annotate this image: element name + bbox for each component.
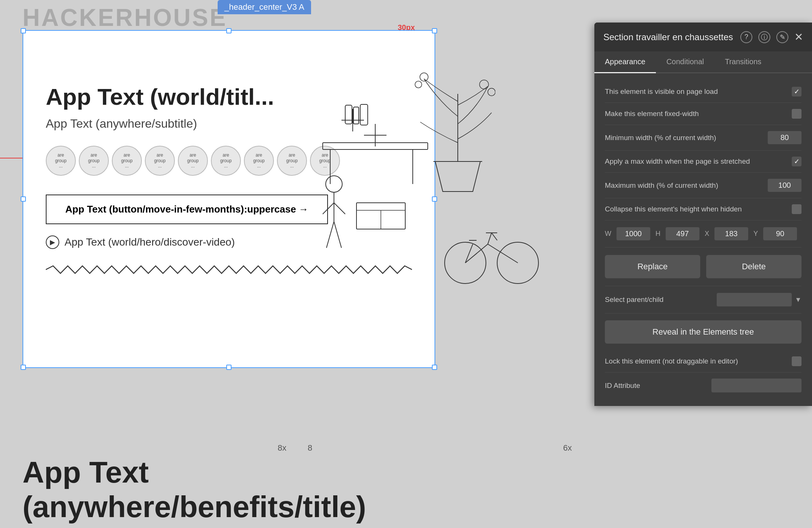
info-icon-button[interactable]: ⓘ <box>758 31 770 43</box>
collapse-height-checkbox[interactable] <box>792 204 801 214</box>
delete-button[interactable]: Delete <box>706 255 801 278</box>
x-label: X <box>705 230 709 238</box>
max-width-checkbox[interactable]: ✓ <box>792 157 801 166</box>
mult-label-6x: 6x <box>563 443 572 453</box>
list-item: aregroup... <box>277 146 307 176</box>
y-label: Y <box>753 230 758 238</box>
min-width-row: Minimum width (% of current width) <box>605 125 801 151</box>
person-illustration <box>311 173 356 255</box>
panel-body: This element is visible on page load ✓ M… <box>594 73 812 406</box>
chevron-down-icon: ▼ <box>795 296 801 304</box>
svg-rect-5 <box>353 107 359 124</box>
checkmark-icon-2: ✓ <box>794 157 800 166</box>
brand-name: HACKERHOUSE <box>23 4 227 32</box>
list-item: aregroup... <box>112 146 142 176</box>
svg-point-10 <box>326 176 342 192</box>
selection-handle-bm[interactable] <box>226 365 232 370</box>
svg-rect-6 <box>360 104 368 125</box>
svg-line-12 <box>323 203 334 214</box>
fixed-width-label: Make this element fixed-width <box>605 110 792 118</box>
svg-rect-4 <box>345 105 352 124</box>
close-icon[interactable]: ✕ <box>794 31 803 43</box>
tab-transitions[interactable]: Transitions <box>714 51 772 73</box>
list-item: aregroup... <box>46 146 76 176</box>
svg-line-14 <box>326 222 334 248</box>
tab-conditional[interactable]: Conditional <box>656 51 714 73</box>
max-width-label: Maximum width (% of current width) <box>605 181 768 190</box>
collapse-height-row: Collapse this element's height when hidd… <box>605 198 801 220</box>
selection-handle-ml[interactable] <box>21 196 26 202</box>
list-item: aregroup... <box>178 146 208 176</box>
svg-point-22 <box>488 88 495 96</box>
selection-handle-br[interactable] <box>432 365 437 370</box>
select-parent-child-dropdown[interactable] <box>717 293 792 306</box>
id-attribute-row: ID Attribute <box>605 373 801 398</box>
collapse-height-label: Collapse this element's height when hidd… <box>605 205 792 213</box>
replace-button[interactable]: Replace <box>605 255 700 278</box>
visible-on-load-checkbox[interactable]: ✓ <box>792 87 801 97</box>
svg-point-24 <box>415 81 422 88</box>
x-input[interactable] <box>714 227 748 240</box>
header-label: _header_center_V3 A <box>218 0 311 14</box>
svg-line-15 <box>334 222 341 248</box>
max-width-input[interactable] <box>768 179 801 192</box>
lock-label: Lock this element (not draggable in edit… <box>605 357 792 365</box>
list-item: aregroup... <box>211 146 241 176</box>
bottom-title: App Text (anywhere/benefits/title) <box>23 455 360 524</box>
max-width-row: Maximum width (% of current width) <box>605 173 801 198</box>
y-input[interactable] <box>763 227 797 240</box>
select-parent-child-label: Select parent/child <box>605 296 711 304</box>
max-width-checkbox-label: Apply a max width when the page is stret… <box>605 157 792 166</box>
svg-line-29 <box>488 233 492 244</box>
list-item: aregroup... <box>244 146 274 176</box>
max-width-checkbox-row: Apply a max width when the page is stret… <box>605 151 801 173</box>
bike-illustration <box>443 214 540 289</box>
min-width-input[interactable] <box>768 131 801 144</box>
w-label: W <box>605 230 611 238</box>
discover-text: App Text (world/hero/discover-video) <box>65 236 235 248</box>
dimensions-row: W H X Y <box>605 220 801 247</box>
illustration-area <box>308 30 570 330</box>
fixed-width-checkbox[interactable] <box>792 109 801 119</box>
help-icon-button[interactable]: ? <box>740 31 752 43</box>
select-dropdown-wrapper: ▼ <box>717 293 801 306</box>
canvas-area: HACKERHOUSE _header_center_V3 A 30px App… <box>0 0 812 528</box>
panel-icon-group: ? ⓘ ✎ ✕ <box>740 31 803 43</box>
selection-handle-tl[interactable] <box>21 28 26 33</box>
svg-line-28 <box>488 244 518 263</box>
mult-label-8x: 8x <box>278 443 286 453</box>
plant-illustration <box>413 49 495 199</box>
box-illustration <box>353 192 409 237</box>
id-attribute-label: ID Attribute <box>605 382 705 390</box>
h-label: H <box>656 230 660 238</box>
panel-title: Section travailler en chaussettes <box>603 32 733 42</box>
list-item: aregroup... <box>79 146 109 176</box>
lock-checkbox[interactable] <box>792 356 801 366</box>
panel: Section travailler en chaussettes ? ⓘ ✎ … <box>594 23 812 406</box>
tab-appearance[interactable]: Appearance <box>594 51 656 73</box>
w-input[interactable] <box>617 227 650 240</box>
comment-icon-button[interactable]: ✎ <box>776 31 788 43</box>
selection-handle-tm[interactable] <box>226 28 232 33</box>
svg-point-23 <box>420 73 428 81</box>
checkmark-icon: ✓ <box>794 87 800 96</box>
visible-on-load-label: This element is visible on page load <box>605 87 792 96</box>
svg-line-31 <box>492 233 497 240</box>
id-attribute-input[interactable] <box>711 379 801 392</box>
select-parent-child-row: Select parent/child ▼ <box>605 286 801 314</box>
panel-tabs: Appearance Conditional Transitions <box>594 51 812 73</box>
list-item: aregroup... <box>145 146 175 176</box>
h-input[interactable] <box>666 227 699 240</box>
reveal-elements-tree-button[interactable]: Reveal in the Elements tree <box>605 320 801 344</box>
play-icon[interactable]: ▶ <box>46 235 59 249</box>
selection-handle-bl[interactable] <box>21 365 26 370</box>
svg-point-21 <box>480 80 489 89</box>
cta-button[interactable]: App Text (button/move-in-few-months):upp… <box>46 195 328 224</box>
min-width-label: Minimum width (% of current width) <box>605 134 768 142</box>
fixed-width-row: Make this element fixed-width <box>605 103 801 125</box>
visible-on-load-row: This element is visible on page load ✓ <box>605 81 801 103</box>
svg-line-13 <box>334 203 345 214</box>
mult-label-8: 8 <box>308 443 312 453</box>
panel-header: Section travailler en chaussettes ? ⓘ ✎ … <box>594 23 812 51</box>
lock-row: Lock this element (not draggable in edit… <box>605 350 801 373</box>
